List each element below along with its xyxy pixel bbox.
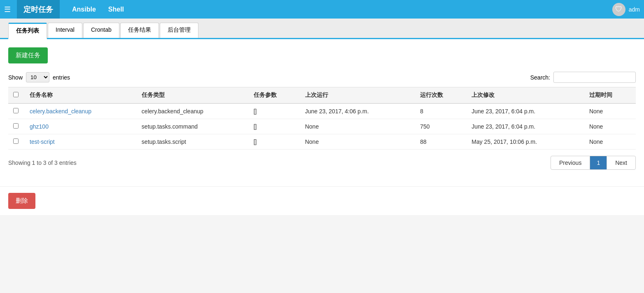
task-type-0: celery.backend_cleanup — [137, 103, 249, 119]
topnav: ☰ 定时任务 Ansible Shell 🛡 adm — [0, 0, 644, 19]
current-page[interactable]: 1 — [590, 156, 607, 170]
new-task-button[interactable]: 新建任务 — [8, 47, 48, 63]
tab-task-results[interactable]: 任务结果 — [120, 23, 159, 38]
tab-crontab[interactable]: Crontab — [83, 23, 119, 38]
show-label: Show — [8, 74, 23, 81]
task-params-2: [] — [249, 134, 300, 150]
username: adm — [629, 6, 640, 13]
topnav-links: Ansible Shell — [72, 6, 124, 13]
menu-icon[interactable]: ☰ — [4, 5, 11, 14]
avatar: 🛡 — [612, 3, 625, 16]
col-task-name: 任务名称 — [25, 87, 137, 104]
last-modified-0: June 23, 2017, 6:04 p.m. — [467, 103, 584, 119]
tab-backend-manage[interactable]: 后台管理 — [160, 23, 198, 38]
table-controls: Show 10 25 50 100 entries Search: — [8, 72, 636, 83]
last-run-0: June 23, 2017, 4:06 p.m. — [300, 103, 415, 119]
expire-time-2: None — [584, 134, 636, 150]
show-entries: Show 10 25 50 100 entries — [8, 72, 70, 82]
table-row: ghz100 setup.tasks.command [] None 750 J… — [8, 119, 636, 134]
col-last-run: 上次运行 — [300, 87, 415, 104]
run-count-0: 8 — [415, 103, 467, 119]
prev-page-button[interactable]: Previous — [551, 156, 590, 170]
table-header-row: 任务名称 任务类型 任务参数 上次运行 运行次数 上次修改 过期时间 — [8, 87, 636, 104]
footer-area: 删除 — [0, 186, 644, 215]
entries-label: entries — [53, 74, 70, 81]
search-label: Search: — [530, 74, 550, 81]
topnav-right: 🛡 adm — [612, 3, 640, 16]
entries-select[interactable]: 10 25 50 100 — [26, 72, 49, 82]
col-task-type: 任务类型 — [137, 87, 249, 104]
row-checkbox-2[interactable] — [13, 138, 19, 144]
search-box: Search: — [530, 72, 636, 83]
showing-text: Showing 1 to 3 of 3 entries — [8, 159, 77, 166]
shell-nav-link[interactable]: Shell — [108, 6, 124, 13]
col-last-modified: 上次修改 — [467, 87, 584, 104]
pagination: Previous 1 Next — [551, 156, 636, 170]
pagination-area: Showing 1 to 3 of 3 entries Previous 1 N… — [8, 156, 636, 170]
col-expire-time: 过期时间 — [584, 87, 636, 104]
app-title: 定时任务 — [17, 0, 60, 19]
row-checkbox-0[interactable] — [13, 108, 19, 113]
subtabs: 任务列表 Interval Crontab 任务结果 后台管理 — [0, 19, 644, 39]
run-count-1: 750 — [415, 119, 467, 134]
task-params-1: [] — [249, 119, 300, 134]
expire-time-0: None — [584, 103, 636, 119]
tab-task-list[interactable]: 任务列表 — [8, 23, 47, 39]
col-task-params: 任务参数 — [249, 87, 300, 104]
main-content: 新建任务 Show 10 25 50 100 entries Search: 任… — [0, 39, 644, 186]
table-row: test-script setup.tasks.script [] None 8… — [8, 134, 636, 150]
select-all-checkbox[interactable] — [13, 92, 19, 97]
last-modified-1: June 23, 2017, 6:04 p.m. — [467, 119, 584, 134]
next-page-button[interactable]: Next — [607, 156, 636, 170]
last-run-2: None — [300, 134, 415, 150]
row-checkbox-1[interactable] — [13, 123, 19, 129]
task-name-link-1[interactable]: ghz100 — [30, 123, 49, 130]
task-type-1: setup.tasks.command — [137, 119, 249, 134]
table-row: celery.backend_cleanup celery.backend_cl… — [8, 103, 636, 119]
task-type-2: setup.tasks.script — [137, 134, 249, 150]
delete-button[interactable]: 删除 — [8, 193, 35, 209]
last-modified-2: May 25, 2017, 10:06 p.m. — [467, 134, 584, 150]
task-name-link-0[interactable]: celery.backend_cleanup — [30, 108, 91, 115]
tasks-table: 任务名称 任务类型 任务参数 上次运行 运行次数 上次修改 过期时间 celer… — [8, 87, 636, 150]
tab-interval[interactable]: Interval — [48, 23, 82, 38]
last-run-1: None — [300, 119, 415, 134]
expire-time-1: None — [584, 119, 636, 134]
ansible-nav-link[interactable]: Ansible — [72, 6, 96, 13]
run-count-2: 88 — [415, 134, 467, 150]
search-input[interactable] — [553, 72, 636, 83]
task-params-0: [] — [249, 103, 300, 119]
task-name-link-2[interactable]: test-script — [30, 138, 55, 145]
col-run-count: 运行次数 — [415, 87, 467, 104]
